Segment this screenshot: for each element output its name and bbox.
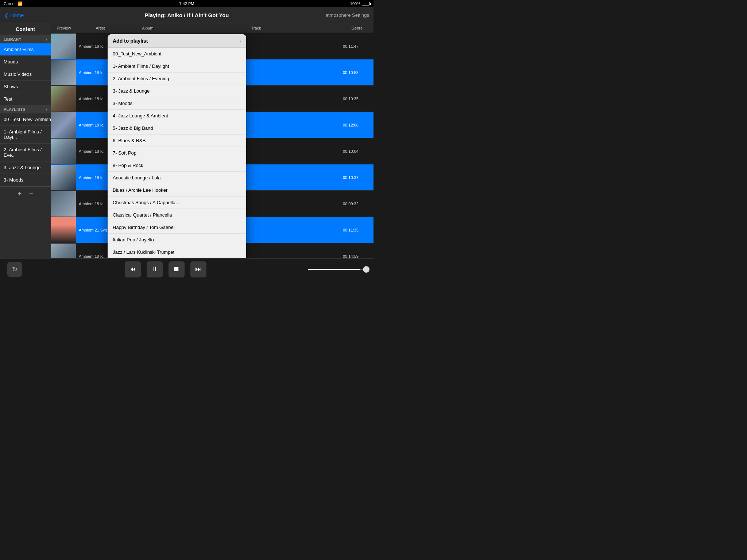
battery-icon — [362, 2, 370, 5]
sidebar-item-pl-4[interactable]: 3- Moods — [0, 174, 51, 186]
loop-icon: ↻ — [12, 265, 18, 273]
list-item[interactable]: 3- Jazz & Lounge — [108, 85, 246, 97]
back-chevron-icon: ❮ — [4, 12, 9, 18]
settings-button[interactable]: atmosphere Settings — [326, 12, 369, 18]
sidebar-item-pl-2[interactable]: 2- Ambient Films / Eve... — [0, 144, 51, 162]
playlists-label: PLAYLISTS — [4, 107, 26, 112]
list-item[interactable]: 2- Ambient Films / Evening — [108, 73, 246, 85]
add-playlist-button[interactable]: + — [18, 190, 22, 198]
popup-header: Add to playlist › — [108, 34, 246, 48]
list-item[interactable]: 1- Ambient Films / Daylight — [108, 60, 246, 73]
next-icon: ⏭ — [195, 265, 202, 273]
loop-button[interactable]: ↻ — [7, 262, 22, 277]
add-to-playlist-popup: Add to playlist › 00_Test_New_Ambient1- … — [108, 34, 246, 258]
sidebar-item-pl-3[interactable]: 3- Jazz & Lounge — [0, 162, 51, 174]
sidebar: Content LIBRARY › Ambient Films Moods Mu… — [0, 23, 51, 258]
list-item[interactable]: 00_Test_New_Ambient — [108, 48, 246, 60]
sidebar-bottom-bar: + − — [0, 186, 51, 201]
sidebar-item-ambient-films[interactable]: Ambient Films — [0, 43, 51, 56]
pause-icon: ⏸ — [151, 265, 158, 273]
list-item[interactable]: Classical Quartet / Piancella — [108, 209, 246, 221]
list-item[interactable]: Christmas Songs / A Cappella... — [108, 197, 246, 209]
main-container: Content LIBRARY › Ambient Films Moods Mu… — [0, 23, 374, 258]
list-item[interactable]: 7- Soft Pop — [108, 147, 246, 159]
status-left: Carrier 📶 — [4, 1, 23, 6]
playlists-section-header: PLAYLISTS › — [0, 105, 51, 113]
list-item[interactable]: Italian Pop / Joyello — [108, 234, 246, 246]
playlists-chevron-icon: › — [46, 108, 47, 112]
library-chevron-icon: › — [46, 38, 47, 42]
now-playing-title: Playing: Aniko / If I Ain't Got You — [144, 12, 229, 18]
volume-control[interactable] — [308, 269, 366, 270]
carrier-label: Carrier — [4, 1, 16, 6]
transport-controls: ⏮ ⏸ ⏹ ⏭ — [125, 261, 206, 277]
status-time: 7:42 PM — [179, 1, 194, 6]
list-item[interactable]: 3- Moods — [108, 97, 246, 110]
popup-chevron-icon: › — [239, 38, 241, 44]
pause-button[interactable]: ⏸ — [147, 261, 163, 277]
sidebar-item-test[interactable]: Test — [0, 93, 51, 105]
library-label: LIBRARY — [4, 37, 21, 42]
prev-icon: ⏮ — [129, 265, 136, 273]
list-item[interactable]: 5- Jazz & Big Band — [108, 122, 246, 135]
stop-button[interactable]: ⏹ — [169, 261, 185, 277]
wifi-icon: 📶 — [18, 1, 23, 6]
list-item[interactable]: 8- Pop & Rock — [108, 159, 246, 172]
prev-button[interactable]: ⏮ — [125, 261, 141, 277]
popup-overlay: Add to playlist › 00_Test_New_Ambient1- … — [51, 23, 374, 258]
list-item[interactable]: Acoustic Lounge / Lola — [108, 172, 246, 184]
back-button[interactable]: ❮ Home — [4, 12, 24, 18]
playlist-popup-list[interactable]: 00_Test_New_Ambient1- Ambient Films / Da… — [108, 48, 246, 258]
library-section-header: LIBRARY › — [0, 35, 51, 43]
sidebar-title: Content — [0, 23, 51, 35]
bottom-bar: ↻ ⏮ ⏸ ⏹ ⏭ — [0, 258, 374, 280]
popup-title: Add to playlist — [113, 38, 148, 44]
list-item[interactable]: Blues / Archie Lee Hooker — [108, 184, 246, 197]
list-item[interactable]: 6- Blues & R&B — [108, 135, 246, 147]
volume-track[interactable] — [308, 269, 366, 270]
back-label: Home — [10, 12, 24, 18]
list-item[interactable]: Jazz / Lars Kuklinski Trumpet — [108, 246, 246, 258]
sidebar-item-music-videos[interactable]: Music Videos — [0, 68, 51, 81]
sidebar-item-pl-1[interactable]: 1- Ambient Films / Dayl... — [0, 126, 51, 144]
remove-playlist-button[interactable]: − — [29, 190, 34, 198]
bottom-left: ↻ — [7, 262, 23, 277]
list-item[interactable]: Happy Birthday / Tom Gaebel — [108, 221, 246, 234]
list-item[interactable]: 4- Jazz Lounge & Ambient — [108, 110, 246, 122]
volume-fill — [308, 269, 360, 270]
next-button[interactable]: ⏭ — [190, 261, 206, 277]
sidebar-item-moods[interactable]: Moods — [0, 56, 51, 68]
sidebar-item-shows[interactable]: Shows — [0, 81, 51, 93]
status-bar: Carrier 📶 7:42 PM 100% — [0, 0, 374, 7]
volume-knob[interactable] — [363, 266, 369, 273]
battery-label: 100% — [350, 1, 360, 6]
content-area: Preview Artist Album Track Genre Ambient… — [51, 23, 374, 258]
header: ❮ Home Playing: Aniko / If I Ain't Got Y… — [0, 7, 374, 23]
sidebar-item-pl-0[interactable]: 00_Test_New_Ambient — [0, 113, 51, 126]
stop-icon: ⏹ — [173, 265, 180, 273]
status-right: 100% — [350, 1, 370, 6]
